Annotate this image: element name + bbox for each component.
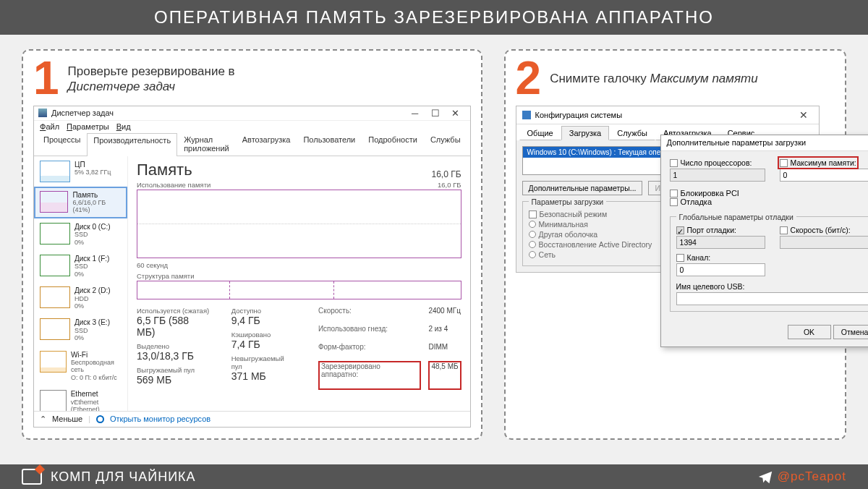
sidebar-ethernet[interactable]: EthernetvEthernet (Ethernet) <box>34 386 127 411</box>
step-2-caption: Снимите галочку Максимум памяти <box>550 71 758 86</box>
brand-logo-icon <box>22 469 42 485</box>
close-button[interactable]: ✕ <box>446 108 466 119</box>
tm-footer: ⌃ Меньше | Открыть монитор ресурсов <box>34 411 470 427</box>
channel-input[interactable] <box>676 263 765 276</box>
usb-target-input[interactable] <box>676 292 868 305</box>
menu-view[interactable]: Вид <box>116 122 131 131</box>
sidebar-wifi[interactable]: Wi-FiБеспроводная сетьО: 0 П: 0 кбит/с <box>34 346 127 386</box>
menu-options[interactable]: Параметры <box>67 122 109 131</box>
sidebar-disk3[interactable]: Диск 3 (E:)SSD0% <box>34 314 127 346</box>
hw-reserved-label: Зарезервировано аппаратно: <box>318 361 422 389</box>
disk1-thumb-icon <box>40 255 70 276</box>
sidebar-disk2[interactable]: Диск 2 (D:)HDD0% <box>34 282 127 314</box>
max-memory-checkbox[interactable]: Максимум памяти: <box>780 158 856 167</box>
menu-file[interactable]: Файл <box>40 122 59 131</box>
safe-ad-radio[interactable]: Восстановление Active Directory <box>529 239 652 250</box>
stat-available: 9,4 ГБ <box>231 315 297 326</box>
tm-sidebar: ЦП5% 3,82 ГГц Память6,6/16,0 ГБ (41%) Ди… <box>34 156 128 411</box>
tab-app-history[interactable]: Журнал приложений <box>177 132 236 156</box>
minimize-button[interactable]: ─ <box>405 108 425 119</box>
page-header: ОПЕРАТИВНАЯ ПАМЯТЬ ЗАРЕЗЕРВИРОВАНА АППАР… <box>0 0 868 35</box>
tab-services[interactable]: Службы <box>609 126 655 140</box>
stat-committed: 13,0/18,3 ГБ <box>137 350 210 362</box>
msconfig-title: Конфигурация системы <box>535 111 623 119</box>
tm-main: Память 16,0 ГБ Использование памяти 16,0… <box>128 156 470 411</box>
chevron-up-icon[interactable]: ⌃ <box>40 414 46 424</box>
taskmgr-icon <box>38 109 47 117</box>
disk0-thumb-icon <box>40 223 70 244</box>
ok-button[interactable]: OK <box>788 325 831 339</box>
stat-cached: 7,4 ГБ <box>231 339 297 350</box>
sixty-sec-label: 60 секунд <box>137 261 461 269</box>
usage-max: 16,0 ГБ <box>438 181 461 189</box>
baud-rate-select[interactable] <box>780 236 868 249</box>
usage-label: Использование памяти <box>137 181 210 189</box>
tab-details[interactable]: Подробности <box>362 132 424 156</box>
telegram-handle[interactable]: @pcTeapot <box>778 469 846 484</box>
memory-total: 16,0 ГБ <box>432 169 461 179</box>
step-1-caption: Проверьте резервирование в Диспетчере за… <box>68 64 235 95</box>
channel-checkbox[interactable]: Канал: <box>676 253 711 262</box>
open-resource-monitor-link[interactable]: Открыть монитор ресурсов <box>110 414 210 423</box>
disk2-thumb-icon <box>40 286 70 308</box>
advanced-boot-dialog: Дополнительные параметры загрузки ✕ Числ… <box>660 135 868 347</box>
cpu-thumb-icon <box>40 161 70 182</box>
stat-paged: 569 МБ <box>137 374 210 386</box>
memory-usage-chart <box>137 190 461 258</box>
baud-rate-checkbox[interactable]: Скорость (бит/с): <box>780 226 851 234</box>
tab-boot[interactable]: Загрузка <box>561 126 609 140</box>
wifi-thumb-icon <box>40 351 67 373</box>
debug-port-select[interactable]: 1394 <box>676 236 765 249</box>
adv-dialog-title: Дополнительные параметры загрузки <box>667 138 807 148</box>
telegram-icon <box>757 469 773 485</box>
tm-tabs: Процессы Производительность Журнал прило… <box>34 132 470 156</box>
task-manager-window: Диспетчер задач ─ ☐ ✕ Файл Параметры Вид… <box>33 106 471 428</box>
ethernet-thumb-icon <box>40 390 67 411</box>
debug-checkbox[interactable]: Отладка <box>670 197 712 206</box>
global-debug-fieldset: Глобальные параметры отладки ✓Порт отлад… <box>670 216 868 312</box>
sidebar-cpu[interactable]: ЦП5% 3,82 ГГц <box>34 156 127 187</box>
num-proc-select[interactable]: 1 <box>670 169 765 182</box>
step-2-number: 2 <box>516 58 542 100</box>
page-footer: КОМП ДЛЯ ЧАЙНИКА @pcTeapot <box>0 464 868 489</box>
tm-titlebar: Диспетчер задач ─ ☐ ✕ <box>34 106 470 121</box>
stat-used: 6,5 ГБ (588 МБ) <box>137 315 210 338</box>
disk3-thumb-icon <box>40 318 70 340</box>
memory-thumb-icon <box>40 191 68 213</box>
msconfig-icon <box>522 111 531 119</box>
struct-label: Структура памяти <box>137 272 461 280</box>
fewer-details-link[interactable]: Меньше <box>52 414 82 423</box>
tm-title-text: Диспетчер задач <box>51 109 114 117</box>
tab-general[interactable]: Общие <box>519 126 561 140</box>
tab-users[interactable]: Пользователи <box>297 132 362 156</box>
max-memory-input[interactable] <box>780 169 868 182</box>
sidebar-memory[interactable]: Память6,6/16,0 ГБ (41%) <box>34 187 127 218</box>
memory-details: Скорость:2400 МГц Использовано гнезд:2 и… <box>318 307 461 390</box>
tab-startup[interactable]: Автозагрузка <box>236 132 297 156</box>
tm-menu: Файл Параметры Вид <box>34 121 470 132</box>
debug-port-checkbox[interactable]: ✓Порт отладки: <box>676 226 736 234</box>
memory-heading: Память <box>137 161 192 179</box>
step-1-number: 1 <box>33 58 59 100</box>
safe-minimal-radio[interactable]: Минимальная <box>529 219 652 229</box>
tab-services[interactable]: Службы <box>424 132 467 156</box>
sidebar-disk0[interactable]: Диск 0 (C:)SSD0% <box>34 218 127 250</box>
step-1-panel: 1 Проверьте резервирование в Диспетчере … <box>22 49 482 440</box>
memory-structure-bar <box>137 281 461 299</box>
brand-text: КОМП ДЛЯ ЧАЙНИКА <box>51 469 196 485</box>
resmon-icon <box>96 415 104 423</box>
safe-boot-checkbox[interactable]: Безопасный режим <box>529 209 652 219</box>
hw-reserved-value: 48,5 МБ <box>428 361 461 389</box>
tab-performance[interactable]: Производительность <box>87 133 177 156</box>
pci-lock-checkbox[interactable]: Блокировка PCI <box>670 189 739 197</box>
sidebar-disk1[interactable]: Диск 1 (F:)SSD0% <box>34 250 127 282</box>
maximize-button[interactable]: ☐ <box>425 108 446 119</box>
advanced-options-button[interactable]: Дополнительные параметры... <box>522 181 643 195</box>
cancel-button[interactable]: Отмена <box>833 325 868 339</box>
num-proc-checkbox[interactable]: Число процессоров: <box>670 158 752 167</box>
stat-nonpaged: 371 МБ <box>231 370 297 382</box>
safe-altshell-radio[interactable]: Другая оболочка <box>529 229 652 239</box>
msconfig-close-button[interactable]: ✕ <box>794 109 813 121</box>
tab-processes[interactable]: Процессы <box>37 132 87 156</box>
safe-network-radio[interactable]: Сеть <box>529 250 652 260</box>
